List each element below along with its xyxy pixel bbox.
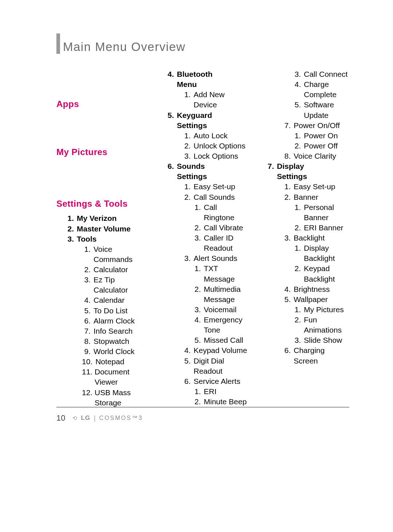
- list-text: Service Alerts: [194, 376, 240, 386]
- list-text: Voice Commands: [94, 244, 148, 265]
- list-number: 3.: [294, 335, 301, 345]
- list-item: 2.Calculator: [82, 265, 149, 275]
- list-item: 1.Easy Set-up: [182, 182, 249, 192]
- list-text: Keypad Backlight: [304, 263, 349, 284]
- list-number: 7.: [282, 120, 291, 131]
- list-item: 12.USB Mass Storage: [82, 388, 149, 408]
- list-number: 5.: [294, 100, 301, 120]
- list-number: 4.: [166, 69, 174, 90]
- list-text: Display Settings: [277, 161, 332, 182]
- list-text: Auto Lock: [194, 131, 227, 141]
- list-item: 5.Software Update: [294, 100, 349, 120]
- manual-page: Main Menu Overview Apps My Pictures Sett…: [0, 0, 393, 532]
- list-text: Fun Animations: [304, 315, 349, 335]
- list-number: 2.: [282, 192, 291, 202]
- list-text: Voicemail: [204, 305, 237, 315]
- page-number: 10: [56, 413, 65, 423]
- section-my-pictures: My Pictures: [56, 146, 149, 158]
- list-number: 2.: [194, 397, 201, 407]
- list-number: 4.: [82, 295, 91, 305]
- list-item: 3.Alert Sounds: [182, 253, 249, 263]
- list-number: 2.: [294, 315, 301, 335]
- list-item: 1.My Verizon: [66, 213, 149, 223]
- list-text: Keypad Volume: [194, 345, 247, 356]
- list-item: 7.Display Settings: [266, 161, 349, 182]
- list-number: 2.: [294, 223, 301, 233]
- list-text: Easy Set-up: [194, 182, 235, 192]
- list-text: Voice Clarity: [294, 151, 336, 161]
- list-number: 1.: [182, 182, 191, 192]
- list-text: Power Off: [304, 141, 338, 151]
- list-item: 2.Unlock Options: [182, 141, 249, 151]
- list-text: ERI: [204, 386, 217, 397]
- list-item: 4.Emergency Tone: [194, 315, 249, 335]
- list-number: 3.: [182, 253, 191, 263]
- list-item: 1.Voice Commands: [82, 244, 149, 265]
- list-number: 5.: [166, 110, 174, 131]
- list-number: 7.: [82, 326, 91, 336]
- list-text: Document Viewer: [95, 367, 149, 387]
- list-number: 1.: [182, 90, 191, 110]
- list-text: TXT Message: [204, 263, 249, 284]
- list-text: Backlight: [294, 233, 325, 243]
- title-accent-bar: [56, 33, 60, 54]
- list-text: Power On: [304, 131, 338, 141]
- list-text: Master Volume: [77, 224, 131, 234]
- page-title-wrap: Main Menu Overview: [56, 40, 349, 54]
- list-item: 1.ERI: [194, 386, 249, 397]
- lg-swirl-icon: ⟲: [72, 415, 77, 421]
- list-text: Calculator: [94, 265, 128, 275]
- list-number: 5.: [182, 356, 191, 376]
- list-number: 1.: [82, 244, 91, 265]
- content-columns: Apps My Pictures Settings & Tools 1.My V…: [56, 69, 349, 408]
- list-text: Display Backlight: [304, 243, 349, 263]
- section-settings-tools: Settings & Tools: [56, 198, 149, 210]
- list-item: 3.Ez Tip Calculator: [82, 275, 149, 295]
- list-number: 2.: [182, 192, 191, 202]
- list-item: 5.Keyguard Settings: [166, 110, 249, 131]
- list-number: 4.: [194, 315, 201, 335]
- list-number: 2.: [194, 284, 201, 305]
- list-number: 3.: [282, 233, 291, 243]
- list-item: 5.To Do List: [82, 306, 149, 316]
- list-number: 5.: [82, 306, 91, 316]
- list-item: 11.Document Viewer: [82, 367, 149, 387]
- list-number: 1.: [182, 131, 191, 141]
- list-item: 10.Notepad: [82, 357, 149, 367]
- list-number: 1.: [294, 243, 301, 263]
- list-number: 6.: [166, 161, 174, 182]
- list-number: 3.: [194, 233, 201, 253]
- list-item: 8.Stopwatch: [82, 336, 149, 346]
- list-item: 1.Display Backlight: [294, 243, 349, 263]
- list-number: 2.: [294, 263, 301, 284]
- list-item: 6.Service Alerts: [182, 376, 249, 386]
- list-item: 4.Keypad Volume: [182, 345, 249, 356]
- column-2: 4.Bluetooth Menu1.Add New Device5.Keygua…: [156, 69, 249, 408]
- list-number: 1.: [294, 131, 301, 141]
- list-text: Call Ringtone: [204, 202, 249, 223]
- list-number: 3.: [82, 275, 91, 295]
- list-item: 8.Voice Clarity: [282, 151, 349, 161]
- list-number: 3.: [294, 69, 301, 79]
- list-text: Stopwatch: [94, 336, 129, 346]
- list-text: Tools: [77, 234, 96, 244]
- settings-tools-list: 1.My Verizon2.Master Volume3.Tools1.Voic…: [56, 213, 149, 408]
- list-item: 4.Brightness: [282, 284, 349, 294]
- list-item: 1.Call Ringtone: [194, 202, 249, 223]
- list-number: 2.: [66, 224, 74, 234]
- list-text: USB Mass Storage: [95, 388, 149, 408]
- list-text: Lock Options: [194, 151, 238, 161]
- list-item: 6.Alarm Clock: [82, 316, 149, 326]
- list-text: ERI Banner: [304, 223, 344, 233]
- list-item: 1.Add New Device: [182, 90, 249, 110]
- brand-logo: LG: [81, 414, 90, 422]
- list-number: 5.: [282, 294, 291, 305]
- list-item: 4.Charge Complete: [294, 79, 349, 100]
- list-item: 2.Power Off: [294, 141, 349, 151]
- list-text: Multimedia Message: [204, 284, 249, 305]
- list-number: 1.: [294, 305, 301, 315]
- list-text: Banner: [294, 192, 318, 202]
- list-number: 1.: [194, 263, 201, 284]
- list-text: Charging Screen: [294, 345, 348, 366]
- list-item: 2.Minute Beep: [194, 397, 249, 407]
